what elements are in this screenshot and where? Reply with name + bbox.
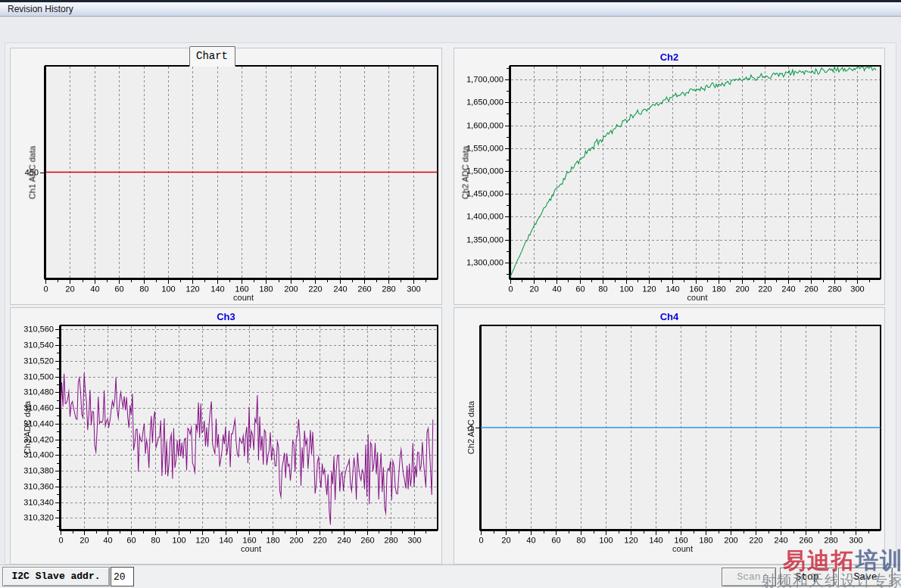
chart-panel-ch2: Ch2Ch2 ADC datacount xyxy=(454,48,885,305)
scan-button[interactable]: Scan xyxy=(722,568,776,586)
x-axis-label-ch2: count xyxy=(482,293,901,302)
y-axis-label-ch1: Ch1 ADC data xyxy=(27,66,38,278)
chart-title-ch3: Ch3 xyxy=(11,311,441,322)
y-axis-label-ch2: Ch2 ADC data xyxy=(460,66,471,278)
chart-title-ch4: Ch4 xyxy=(454,311,884,322)
y-axis-label-ch4: Ch2 ADC data xyxy=(466,325,477,530)
chart-title-ch2: Ch2 xyxy=(454,51,884,63)
save-button[interactable]: Save xyxy=(838,568,893,586)
chart-canvas-ch4 xyxy=(454,308,884,564)
stop-button[interactable]: Stop xyxy=(780,568,834,586)
x-axis-label-ch1: count xyxy=(28,293,459,302)
chart-panel-ch1: Ch1Ch1 ADC datacount xyxy=(10,48,442,305)
titlebar: Revision History xyxy=(0,0,901,17)
x-axis-label-ch4: count xyxy=(468,544,898,553)
tab-bar: Ch1Ch2Ch3Ch4ChartChartA xyxy=(0,23,901,42)
bottom-bar: I2C Slave addr. ScanStopSave xyxy=(0,565,901,588)
y-axis-label-ch3: Ch3 ADC data xyxy=(23,325,33,530)
chart-panel-ch3: Ch3Ch3 ADC datacount xyxy=(10,307,442,565)
chart-canvas-ch1 xyxy=(11,48,441,304)
chart-canvas-ch2 xyxy=(454,48,884,304)
x-axis-label-ch3: count xyxy=(36,544,466,553)
i2c-slave-addr-input[interactable] xyxy=(111,567,134,586)
chart-canvas-ch3 xyxy=(11,308,441,564)
i2c-slave-addr-label: I2C Slave addr. xyxy=(2,567,110,586)
chart-tab-page: Ch1Ch1 ADC datacountCh2Ch2 ADC datacount… xyxy=(5,42,896,565)
app-window: Revision History Ch1Ch2Ch3Ch4ChartChartA… xyxy=(0,0,901,588)
tab-chart[interactable]: Chart xyxy=(189,46,235,67)
window-title: Revision History xyxy=(8,4,73,14)
chart-panel-ch4: Ch4Ch2 ADC datacount xyxy=(454,307,885,565)
